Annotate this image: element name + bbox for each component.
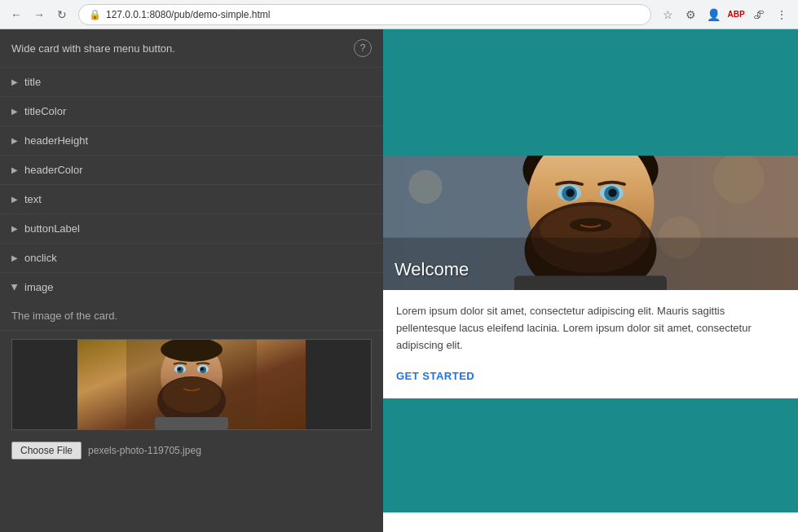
account-button[interactable]: 👤	[703, 5, 723, 24]
prop-row-buttonLabel[interactable]: ▶ buttonLabel	[0, 214, 383, 244]
browser-chrome: ← → ↻ 🔒 127.0.0.1:8080/pub/demo-simple.h…	[0, 0, 798, 29]
arrow-title-icon: ▶	[11, 77, 18, 86]
left-panel: Wide card with share menu button. ? ▶ ti…	[0, 29, 383, 532]
arrow-headerColor-icon: ▶	[11, 165, 18, 174]
arrow-headerHeight-icon: ▶	[11, 136, 18, 145]
arrow-titleColor-icon: ▶	[11, 107, 18, 116]
app-container: Wide card with share menu button. ? ▶ ti…	[0, 29, 798, 532]
help-button[interactable]: ?	[354, 39, 372, 57]
svg-point-17	[408, 170, 443, 204]
svg-point-27	[608, 188, 616, 196]
prop-row-title[interactable]: ▶ title	[0, 68, 383, 97]
prop-label-text: text	[24, 193, 42, 205]
prop-label-headerColor: headerColor	[24, 164, 83, 176]
image-upload-area[interactable]	[11, 339, 372, 430]
svg-point-7	[178, 367, 181, 371]
prop-label-onclick: onclick	[24, 252, 57, 264]
teal-section-bottom	[383, 398, 798, 512]
svg-point-26	[566, 188, 574, 196]
extensions-button[interactable]: ⚙	[681, 5, 700, 24]
svg-point-8	[201, 367, 204, 371]
prop-row-onclick[interactable]: ▶ onclick	[0, 244, 383, 273]
file-input-row: Choose File pexels-photo-119705.jpeg	[0, 438, 383, 468]
adblock-button[interactable]: ABP	[726, 5, 746, 24]
card-image-section: Welcome	[383, 156, 798, 290]
panel-title: Wide card with share menu button.	[11, 42, 175, 55]
image-description: The image of the card.	[0, 301, 383, 331]
prop-label-image: image	[24, 281, 53, 293]
prop-label-buttonLabel: buttonLabel	[24, 222, 80, 235]
image-section: ▶ image The image of the card.	[0, 273, 383, 468]
arrow-text-icon: ▶	[11, 195, 18, 204]
svg-point-11	[162, 377, 221, 413]
prop-row-titleColor[interactable]: ▶ titleColor	[0, 97, 383, 126]
arrow-buttonLabel-icon: ▶	[11, 224, 18, 233]
bookmark-button[interactable]: ☆	[658, 5, 677, 24]
extensions2-button[interactable]: 🖇	[749, 5, 769, 24]
forward-button[interactable]: →	[29, 5, 49, 24]
lock-icon: 🔒	[89, 9, 101, 20]
prop-row-headerColor[interactable]: ▶ headerColor	[0, 156, 383, 185]
file-name-label: pexels-photo-119705.jpeg	[88, 445, 201, 456]
nav-buttons: ← → ↻	[7, 5, 72, 24]
arrow-onclick-icon: ▶	[11, 253, 18, 262]
address-bar[interactable]: 🔒 127.0.0.1:8080/pub/demo-simple.html	[78, 4, 651, 25]
right-panel: Welcome Lorem ipsum dolor sit amet, cons…	[383, 29, 798, 532]
prop-label-headerHeight: headerHeight	[24, 134, 88, 147]
prop-label-titleColor: titleColor	[24, 105, 66, 117]
thumbnail-image	[77, 340, 306, 429]
svg-rect-13	[155, 417, 228, 429]
prop-row-text[interactable]: ▶ text	[0, 185, 383, 214]
more-button[interactable]: ⋮	[772, 5, 791, 24]
panel-header: Wide card with share menu button. ?	[0, 29, 383, 68]
prop-label-title: title	[24, 76, 41, 88]
get-started-button[interactable]: GET STARTED	[396, 367, 474, 385]
browser-actions: ☆ ⚙ 👤 ABP 🖇 ⋮	[658, 5, 791, 24]
card-body-text: Lorem ipsum dolor sit amet, consectetur …	[396, 303, 785, 354]
arrow-image-icon: ▶	[11, 284, 20, 291]
welcome-text: Welcome	[395, 259, 469, 279]
back-button[interactable]: ←	[7, 5, 26, 24]
card-content: Lorem ipsum dolor sit amet, consectetur …	[383, 290, 798, 398]
card-image-overlay: Welcome	[395, 259, 469, 280]
svg-point-34	[570, 218, 612, 232]
prop-row-headerHeight[interactable]: ▶ headerHeight	[0, 126, 383, 156]
refresh-button[interactable]: ↻	[52, 5, 72, 24]
url-text: 127.0.0.1:8080/pub/demo-simple.html	[106, 9, 270, 20]
prop-row-image[interactable]: ▶ image	[0, 273, 383, 301]
teal-section-top	[383, 29, 798, 156]
choose-file-button[interactable]: Choose File	[11, 442, 82, 459]
